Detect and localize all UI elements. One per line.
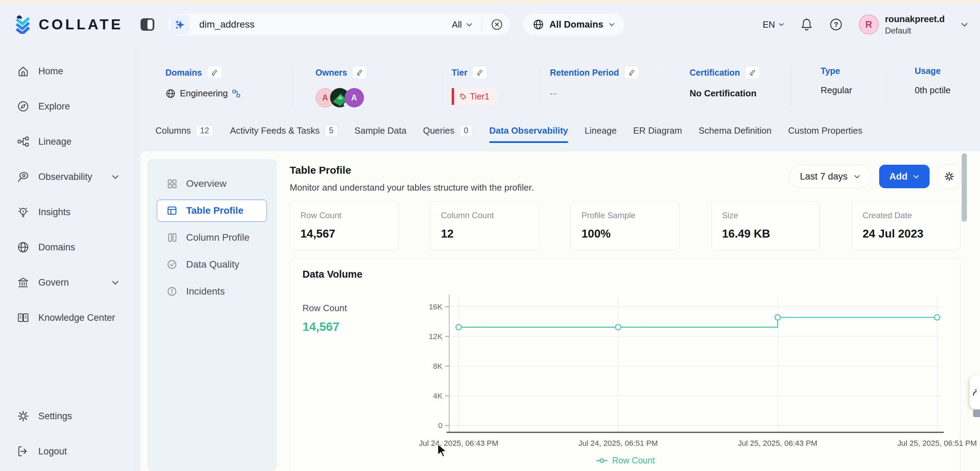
meta-usage: Usage 0th pctile	[887, 66, 967, 95]
chart-legend[interactable]: Row Count	[302, 455, 948, 465]
vertical-scrollbar[interactable]	[962, 153, 967, 222]
meta-retention: Retention Period --	[541, 66, 660, 99]
pencil-icon	[356, 69, 363, 76]
pencil-icon	[628, 69, 635, 76]
svg-text:?: ?	[834, 21, 838, 28]
help-icon[interactable]: ?	[829, 18, 843, 32]
knowledge-center-icon	[16, 311, 30, 325]
edit-domains-button[interactable]	[207, 66, 222, 79]
tab-custom-properties[interactable]: Custom Properties	[788, 125, 862, 143]
stat-card-created-date: Created Date 24 Jul 2023	[852, 201, 961, 250]
stat-card-size: Size 16.49 KB	[711, 201, 820, 250]
tab-sample-data[interactable]: Sample Data	[355, 125, 406, 143]
tab-queries[interactable]: Queries0	[423, 125, 473, 144]
stat-card-row-count: Row Count 14,567	[290, 201, 398, 250]
sidebar-item-settings[interactable]: Settings	[0, 398, 136, 434]
subnav-label: Column Profile	[186, 232, 250, 243]
settings-gear-icon	[16, 409, 30, 423]
tier-label[interactable]: Tier	[452, 68, 467, 78]
edit-tier-button[interactable]	[472, 66, 487, 79]
collate-logo[interactable]: COLLATE	[14, 15, 137, 34]
stat-label: Row Count	[301, 211, 388, 220]
svg-text:0: 0	[438, 421, 442, 430]
owners-label[interactable]: Owners	[316, 68, 347, 78]
certification-value: No Certification	[690, 88, 757, 99]
domains-label[interactable]: Domains	[165, 68, 202, 78]
hierarchy-icon	[232, 89, 240, 98]
chevron-down-icon	[111, 175, 119, 179]
data-volume-title: Data Volume	[302, 269, 948, 280]
pencil-icon	[749, 69, 756, 76]
sidebar-item-observability[interactable]: Observability	[0, 159, 136, 194]
date-range-dropdown[interactable]: Last 7 days	[789, 165, 870, 188]
owner-avatar[interactable]: A	[345, 88, 364, 107]
sidebar-toggle-icon[interactable]	[140, 18, 155, 31]
tab-columns[interactable]: Columns12	[155, 125, 213, 144]
sidebar-item-knowledge-center[interactable]: Knowledge Center	[0, 300, 136, 335]
column-profile-icon	[166, 232, 178, 243]
stat-value: 24 Jul 2023	[862, 227, 950, 240]
sidebar-item-explore[interactable]: Explore	[0, 89, 136, 124]
observability-panel: Overview Table Profile Column Profile Da…	[140, 151, 980, 471]
widget-icon	[972, 389, 978, 396]
insights-icon	[16, 205, 30, 219]
logout-icon	[16, 444, 30, 458]
search-filter-value: All	[452, 19, 462, 30]
tab-data-observability[interactable]: Data Observability	[489, 125, 568, 143]
all-domains-dropdown[interactable]: All Domains	[523, 13, 625, 36]
domains-value-row[interactable]: Engineering	[165, 88, 292, 99]
global-search-bar[interactable]: dim_address All	[167, 13, 511, 36]
search-filter-dropdown[interactable]: All	[452, 19, 473, 30]
tab-lineage[interactable]: Lineage	[585, 125, 617, 143]
sidebar-item-lineage[interactable]: Lineage	[0, 124, 136, 159]
tab-label: Sample Data	[355, 125, 406, 136]
subnav-table-profile[interactable]: Table Profile	[157, 200, 267, 222]
legend-label: Row Count	[612, 455, 655, 465]
profiler-settings-button[interactable]	[938, 164, 961, 189]
tab-er-diagram[interactable]: ER Diagram	[633, 125, 682, 143]
stat-value: 14,567	[301, 227, 388, 240]
user-menu[interactable]: R rounakpreet.d Default	[859, 14, 945, 35]
tab-label: Queries	[423, 125, 455, 136]
stat-label: Profile Sample	[582, 211, 669, 220]
divider	[481, 18, 482, 31]
subnav-label: Incidents	[186, 286, 225, 297]
owners-avatar-group[interactable]: A A	[316, 88, 364, 107]
data-volume-chart-area[interactable]: 04K8K12K16KJul 24, 2025, 06:43 PMJul 24,…	[424, 288, 948, 454]
edit-owners-button[interactable]	[352, 66, 367, 79]
tab-schema-definition[interactable]: Schema Definition	[698, 125, 772, 143]
floating-help-widget[interactable]	[970, 376, 980, 409]
sidebar-item-logout[interactable]: Logout	[0, 434, 136, 469]
brand-name: COLLATE	[39, 16, 123, 33]
date-range-value: Last 7 days	[800, 171, 847, 182]
edit-certification-button[interactable]	[745, 66, 760, 79]
svg-text:Jul 25, 2025, 06:51 PM: Jul 25, 2025, 06:51 PM	[897, 439, 977, 447]
incidents-alert-icon	[166, 286, 178, 297]
edit-retention-button[interactable]	[624, 66, 639, 79]
data-volume-chart-svg: 04K8K12K16KJul 24, 2025, 06:43 PMJul 24,…	[424, 288, 948, 454]
collate-logo-icon	[14, 15, 32, 34]
overview-grid-icon	[166, 178, 178, 189]
meta-type: Type Regular	[791, 66, 887, 95]
sidebar-item-govern[interactable]: Govern	[0, 265, 136, 300]
type-value: Regular	[821, 85, 852, 95]
subnav-incidents[interactable]: Incidents	[157, 280, 267, 302]
clear-search-icon[interactable]	[491, 18, 503, 31]
add-button[interactable]: Add	[879, 165, 929, 188]
sidebar-item-domains[interactable]: Domains	[0, 230, 136, 265]
subnav-data-quality[interactable]: Data Quality	[157, 253, 267, 275]
notifications-bell-icon[interactable]	[800, 18, 813, 32]
subnav-overview[interactable]: Overview	[157, 173, 267, 195]
search-input[interactable]: dim_address	[199, 19, 452, 30]
user-menu-chevron-icon[interactable]	[961, 22, 968, 27]
tab-count-badge: 5	[325, 125, 338, 137]
sidebar-item-home[interactable]: Home	[0, 54, 136, 89]
language-dropdown[interactable]: EN	[763, 19, 784, 30]
user-name: rounakpreet.d	[885, 14, 945, 24]
sidebar-item-insights[interactable]: Insights	[0, 194, 136, 230]
chevron-down-icon	[609, 23, 615, 26]
svg-text:Jul 25, 2025, 06:43 PM: Jul 25, 2025, 06:43 PM	[738, 439, 817, 447]
tier-tag[interactable]: Tier1	[452, 88, 497, 105]
tab-activity-feeds[interactable]: Activity Feeds & Tasks5	[230, 125, 338, 144]
subnav-column-profile[interactable]: Column Profile	[157, 226, 267, 248]
